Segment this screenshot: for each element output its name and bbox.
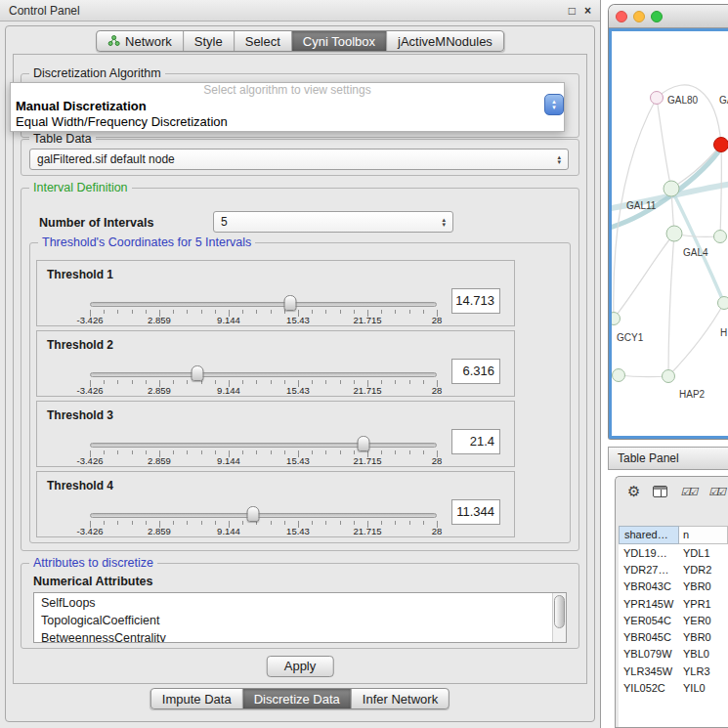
table-rows: YDL19…YDL1YDR27…YDR2YBR043CYBR0YPR145WYP… xyxy=(619,544,728,727)
network-edge[interactable] xyxy=(668,303,724,376)
network-node[interactable] xyxy=(718,297,728,310)
slider-track[interactable] xyxy=(90,372,437,377)
list-scrollbar[interactable] xyxy=(552,593,566,642)
slider-thumb[interactable] xyxy=(246,506,259,522)
gear-icon[interactable]: ⚙ xyxy=(627,483,640,500)
network-node[interactable] xyxy=(663,370,675,383)
list-item[interactable]: SelfLoops xyxy=(34,594,552,612)
network-node[interactable] xyxy=(666,226,682,241)
select-columns-icon[interactable]: ☑☑ xyxy=(680,486,696,498)
network-canvas[interactable]: GAL80GAGAL11GAL4GCY1HHAP2 xyxy=(609,28,728,439)
network-edge[interactable] xyxy=(619,375,668,377)
network-edge[interactable] xyxy=(668,234,674,376)
threshold-value-field[interactable]: 21.4 xyxy=(451,429,500,454)
table-row[interactable]: YER054CYER0 xyxy=(619,612,728,628)
slider-track[interactable] xyxy=(90,302,437,307)
dropdown-option[interactable]: Equal Width/Frequency Discretization xyxy=(11,113,564,129)
table-row[interactable]: YBR045CYBR0 xyxy=(619,628,728,645)
tab-label: Discretize Data xyxy=(254,692,340,707)
combobox-value: galFiltered.sif default node xyxy=(37,152,175,166)
numerical-attributes-listbox: SelfLoopsTopologicalCoefficientBetweenne… xyxy=(33,592,567,643)
table-toolbar: ⚙ ☑☑ ☑☑ xyxy=(616,477,728,506)
minimize-traffic-light-icon[interactable] xyxy=(633,11,645,22)
table-row[interactable]: YDR27…YDR2 xyxy=(619,561,728,578)
node-label: GAL11 xyxy=(626,200,657,211)
tab-discretize-data[interactable]: Discretize Data xyxy=(243,689,352,708)
apply-button[interactable]: Apply xyxy=(267,656,334,677)
table-row[interactable]: YBR043CYBR0 xyxy=(619,578,728,595)
table-row[interactable]: YIL052CYIL0 xyxy=(619,679,728,696)
network-node[interactable] xyxy=(664,181,679,196)
threshold-value-field[interactable]: 6.316 xyxy=(451,359,500,384)
close-traffic-light-icon[interactable] xyxy=(616,11,627,22)
tab-infer-network[interactable]: Infer Network xyxy=(352,689,449,708)
tab-network[interactable]: Network xyxy=(97,31,184,51)
zoom-traffic-light-icon[interactable] xyxy=(651,11,663,22)
slider-thumb[interactable] xyxy=(358,436,370,451)
dropdown-option[interactable]: Manual Discretization xyxy=(11,98,564,113)
table-cell: YIL0 xyxy=(679,682,728,694)
float-window-icon[interactable]: □ xyxy=(569,4,576,18)
table-panel-header[interactable]: Table Panel xyxy=(608,447,728,470)
node-label: GAL80 xyxy=(667,95,699,106)
window-title: Control Panel xyxy=(9,4,560,18)
tab-label: Network xyxy=(125,34,172,49)
table-row[interactable]: YPR145WYPR1 xyxy=(619,595,728,612)
group-label: Discretization Algorithm xyxy=(29,66,165,80)
tab-label: Style xyxy=(194,34,223,49)
number-of-intervals-combobox[interactable]: 5 ▴▾ xyxy=(213,211,453,233)
column-header-name[interactable]: n xyxy=(679,526,728,544)
tab-impute-data[interactable]: Impute Data xyxy=(151,689,243,708)
table-cell: YPR145W xyxy=(619,598,679,610)
tab-label: Select xyxy=(245,34,280,49)
network-node[interactable] xyxy=(651,92,664,105)
scrollbar-thumb[interactable] xyxy=(554,595,565,628)
table-row[interactable]: YLR345WYLR3 xyxy=(619,663,728,679)
threshold-value-field[interactable]: 11.344 xyxy=(451,499,500,525)
table-header-row: shared… n xyxy=(619,526,728,544)
table-row[interactable]: YDL19…YDL1 xyxy=(619,544,728,561)
network-node[interactable] xyxy=(714,231,727,243)
column-header-shared-name[interactable]: shared… xyxy=(619,526,679,544)
number-of-intervals-label: Number of Intervals xyxy=(39,216,153,230)
node-label: GAL4 xyxy=(683,247,708,258)
group-label: Interval Definition xyxy=(29,181,132,194)
network-window-titlebar[interactable] xyxy=(609,5,728,28)
select-all-icon[interactable]: ☑☑ xyxy=(708,486,724,498)
close-window-icon[interactable]: × xyxy=(584,4,591,18)
columns-icon[interactable] xyxy=(653,486,667,497)
slider-track[interactable] xyxy=(90,513,437,518)
slider-thumb[interactable] xyxy=(192,365,204,381)
tab-label: Cyni Toolbox xyxy=(303,34,375,49)
tab-style[interactable]: Style xyxy=(184,31,235,51)
table-cell: YER054C xyxy=(619,615,679,626)
threshold-value-field[interactable]: 14.713 xyxy=(451,288,500,314)
down-arrow-icon: ▾ xyxy=(552,105,556,110)
combobox-arrows-icon[interactable]: ▴ ▾ xyxy=(544,94,564,115)
list-item[interactable]: TopologicalCoefficient xyxy=(34,612,552,629)
slider-thumb[interactable] xyxy=(283,295,296,311)
tab-select[interactable]: Select xyxy=(235,31,292,51)
network-edge[interactable] xyxy=(614,234,674,319)
slider-track[interactable] xyxy=(90,443,437,448)
node-label: GA xyxy=(719,95,728,106)
tab-label: jActiveMNodules xyxy=(398,34,492,49)
network-node[interactable] xyxy=(612,313,621,325)
list-item[interactable]: BetweennessCentrality xyxy=(34,629,552,643)
network-edge[interactable] xyxy=(671,145,721,189)
thresholds-coordinates-group: Threshold's Coordinates for 5 Intervals … xyxy=(29,242,571,543)
network-edge[interactable] xyxy=(671,189,724,303)
tab-jactivemnodules[interactable]: jActiveMNodules xyxy=(387,31,503,51)
slider-tick-labels: -3.4262.8599.14415.4321.71528 xyxy=(90,385,437,396)
network-node[interactable] xyxy=(613,369,625,382)
table-row[interactable]: YBL079WYBL0 xyxy=(619,646,728,663)
bottom-tabs: Impute DataDiscretize DataInfer Network xyxy=(150,688,450,709)
tab-cyni-toolbox[interactable]: Cyni Toolbox xyxy=(292,31,387,51)
network-edge[interactable] xyxy=(720,145,721,236)
table-data-combobox[interactable]: galFiltered.sif default node ▴▾ xyxy=(29,149,569,170)
control-panel-titlebar: Control Panel □ × xyxy=(0,0,600,21)
group-label: Table Data xyxy=(29,132,96,146)
network-edge[interactable] xyxy=(657,98,671,189)
network-node[interactable] xyxy=(714,138,728,152)
network-view-window: GAL80GAGAL11GAL4GCY1HHAP2 xyxy=(608,4,728,440)
